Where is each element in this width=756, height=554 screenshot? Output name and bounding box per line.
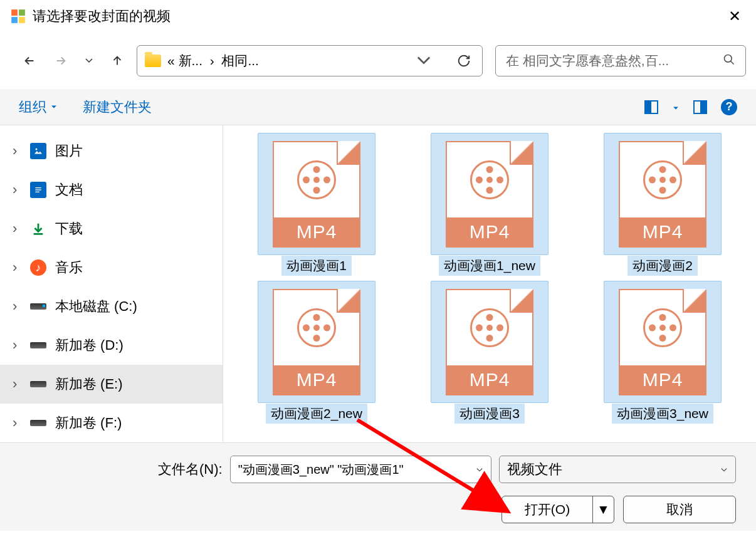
open-button[interactable]: 打开(O) ▼ — [501, 496, 614, 523]
file-thumbnail: MP4 — [431, 281, 549, 403]
refresh-button[interactable] — [457, 54, 471, 68]
tree-music[interactable]: › ♪ 音乐 — [0, 248, 223, 287]
nav-tree[interactable]: › 图片 › 文档 › 下载 › ♪ 音乐 › 本地磁盘 (C:) › 新加卷 … — [0, 125, 223, 442]
file-thumbnail: MP4 — [258, 281, 375, 403]
svg-rect-6 — [35, 187, 41, 188]
forward-button[interactable] — [54, 54, 68, 68]
tree-drive-c[interactable]: › 本地磁盘 (C:) — [0, 287, 223, 326]
svg-rect-3 — [19, 17, 25, 23]
chevron-right-icon[interactable]: › — [13, 298, 21, 315]
file-name: 动画漫画3_new — [612, 404, 713, 424]
search-icon — [723, 53, 735, 69]
svg-point-4 — [725, 55, 732, 62]
svg-rect-2 — [11, 17, 18, 23]
tree-label: 本地磁盘 (C:) — [55, 297, 137, 316]
open-dropdown[interactable]: ▼ — [592, 496, 614, 523]
filename-input[interactable] — [230, 456, 491, 483]
file-thumbnail: MP4 — [604, 133, 722, 255]
tree-label: 下载 — [55, 219, 83, 238]
tree-pictures[interactable]: › 图片 — [0, 132, 223, 170]
svg-rect-8 — [35, 192, 39, 192]
file-name: 动画漫画2 — [627, 256, 698, 276]
view-mode-dropdown[interactable] — [672, 100, 680, 114]
file-item[interactable]: MP4 动画漫画3_new — [592, 281, 733, 424]
tree-label: 新加卷 (E:) — [55, 375, 123, 394]
breadcrumb[interactable]: « 新... › 相同... — [167, 52, 396, 70]
downloads-icon — [30, 221, 46, 237]
file-thumbnail: MP4 — [604, 281, 722, 403]
organize-menu[interactable]: 组织 — [19, 98, 58, 117]
tree-label: 图片 — [55, 142, 83, 160]
file-item[interactable]: MP4 动画漫画3 — [419, 281, 560, 424]
tree-label: 新加卷 (D:) — [55, 336, 123, 355]
close-button[interactable]: ✕ — [723, 8, 746, 25]
file-name: 动画漫画1_new — [439, 256, 540, 276]
pictures-icon — [30, 143, 46, 159]
file-name: 动画漫画3 — [454, 404, 525, 424]
back-button[interactable] — [23, 54, 36, 68]
svg-rect-0 — [11, 9, 18, 16]
file-name: 动画漫画2_new — [266, 404, 367, 424]
disk-icon — [30, 337, 46, 353]
file-thumbnail: MP4 — [258, 133, 375, 255]
file-grid[interactable]: MP4 动画漫画1 MP4 动画漫画1_new — [223, 125, 756, 442]
file-item[interactable]: MP4 动画漫画1 — [246, 133, 387, 276]
disk-icon — [30, 298, 46, 315]
music-icon: ♪ — [30, 259, 46, 276]
chevron-right-icon[interactable]: › — [13, 259, 21, 276]
chevron-right-icon[interactable]: › — [13, 143, 21, 159]
svg-rect-7 — [35, 189, 41, 190]
chevron-right-icon[interactable]: › — [13, 182, 21, 198]
tree-drive-d[interactable]: › 新加卷 (D:) — [0, 326, 223, 365]
tree-downloads[interactable]: › 下载 — [0, 209, 223, 248]
chevron-right-icon[interactable]: › — [13, 376, 21, 392]
recent-dropdown[interactable] — [85, 54, 93, 68]
path-bar[interactable]: « 新... › 相同... — [137, 45, 483, 76]
preview-pane-toggle[interactable] — [693, 100, 707, 114]
filetype-select[interactable]: 视频文件 — [499, 456, 736, 483]
svg-rect-1 — [19, 9, 25, 16]
window-title: 请选择要改封面的视频 — [33, 7, 723, 26]
svg-point-5 — [36, 149, 38, 150]
disk-icon — [30, 376, 46, 392]
disk-icon — [30, 415, 46, 431]
chevron-right-icon[interactable]: › — [13, 415, 21, 431]
documents-icon — [30, 182, 46, 198]
file-thumbnail: MP4 — [431, 133, 549, 255]
cancel-button[interactable]: 取消 — [623, 496, 736, 523]
view-mode-1[interactable] — [644, 100, 658, 114]
tree-label: 新加卷 (F:) — [55, 414, 122, 432]
new-folder-button[interactable]: 新建文件夹 — [83, 98, 152, 117]
tree-drive-f[interactable]: › 新加卷 (F:) — [0, 404, 223, 442]
tree-label: 音乐 — [55, 258, 83, 277]
search-placeholder: 在 相同文字愿春意盎然,百... — [506, 52, 723, 70]
tree-drive-e[interactable]: › 新加卷 (E:) — [0, 365, 223, 404]
chevron-right-icon[interactable]: › — [13, 337, 21, 353]
search-input[interactable]: 在 相同文字愿春意盎然,百... — [495, 45, 746, 76]
file-item[interactable]: MP4 动画漫画1_new — [419, 133, 560, 276]
tree-documents[interactable]: › 文档 — [0, 170, 223, 209]
filename-label: 文件名(N): — [158, 460, 223, 479]
help-button[interactable]: ? — [721, 99, 737, 115]
file-item[interactable]: MP4 动画漫画2_new — [246, 281, 387, 424]
app-icon — [10, 8, 26, 24]
folder-icon — [145, 55, 161, 67]
tree-label: 文档 — [55, 180, 83, 199]
file-name: 动画漫画1 — [281, 256, 352, 276]
chevron-right-icon[interactable]: › — [13, 221, 21, 237]
path-dropdown[interactable] — [417, 54, 431, 68]
file-item[interactable]: MP4 动画漫画2 — [592, 133, 733, 276]
up-button[interactable] — [110, 54, 124, 68]
